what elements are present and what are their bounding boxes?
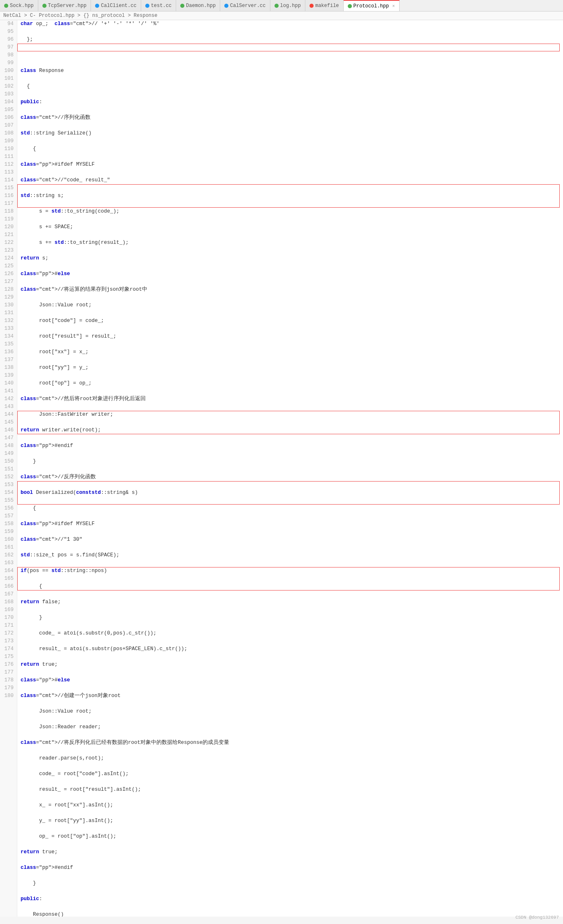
code-line: class="pp">#else (21, 676, 563, 684)
tab-makefile[interactable]: makefile (305, 0, 344, 11)
code-line: class="pp">#else (21, 270, 563, 278)
code-line: class="cmt">//将反序列化后已经有数据的root对象中的数据给Res… (21, 739, 563, 747)
line-number: 154 (0, 489, 17, 497)
line-number: 97 (0, 44, 17, 51)
code-line: class="cmt">//反序列化函数 (21, 473, 563, 481)
code-line: class="pp">#endif (21, 442, 563, 450)
line-number: 132 (0, 317, 17, 325)
code-line: root["xx"] = x_; (21, 348, 563, 356)
line-number: 177 (0, 669, 17, 676)
line-number: 148 (0, 442, 17, 450)
line-number: 163 (0, 559, 17, 567)
tab-sockhpp[interactable]: Sock.hpp (0, 0, 38, 11)
code-line: Json::Value root; (21, 301, 563, 309)
code-line (21, 51, 563, 59)
line-number: 120 (0, 223, 17, 231)
line-number: 126 (0, 270, 17, 278)
line-number: 147 (0, 434, 17, 442)
line-number: 111 (0, 153, 17, 161)
code-line: std::string Serialize() (21, 130, 563, 137)
line-number: 114 (0, 176, 17, 184)
code-line: return true; (21, 661, 563, 669)
code-line: class Response (21, 67, 563, 75)
tab-close-icon[interactable]: × (392, 4, 395, 9)
code-area: char op_; class="cmt">// '+' '-' '*' '/'… (17, 20, 563, 917)
line-number: 176 (0, 661, 17, 669)
line-number: 112 (0, 161, 17, 169)
line-number: 125 (0, 262, 17, 270)
line-number: 115 (0, 184, 17, 192)
code-line: result_ = atoi(s.substr(pos+SPACE_LEN).c… (21, 645, 563, 653)
tab-daemonhpp[interactable]: Daemon.hpp (176, 0, 220, 11)
line-number: 95 (0, 28, 17, 36)
line-number: 169 (0, 606, 17, 614)
line-number: 103 (0, 90, 17, 98)
line-number: 171 (0, 622, 17, 630)
code-line: std::string s; (21, 192, 563, 200)
line-number: 133 (0, 325, 17, 333)
code-line: root["yy"] = y_; (21, 364, 563, 372)
tab-loghpp[interactable]: log.hpp (270, 0, 305, 11)
line-number: 143 (0, 403, 17, 411)
code-line: Response() (21, 911, 563, 917)
line-number: 105 (0, 106, 17, 114)
code-line: }; (21, 36, 563, 44)
code-line: return false; (21, 598, 563, 606)
line-number: 138 (0, 364, 17, 372)
line-number: 165 (0, 575, 17, 583)
line-number: 110 (0, 145, 17, 153)
line-number: 128 (0, 286, 17, 294)
breadcrumb: NetCal > C- Protocol.hpp > {} ns_protoco… (0, 12, 563, 20)
line-number: 145 (0, 419, 17, 426)
tab-protocolhpp[interactable]: Protocol.hpp× (344, 0, 400, 11)
line-number: 164 (0, 567, 17, 575)
line-number: 161 (0, 544, 17, 551)
line-number: 140 (0, 380, 17, 387)
line-number: 134 (0, 333, 17, 340)
line-number: 116 (0, 192, 17, 200)
code-line: result_ = root["result"].asInt(); (21, 786, 563, 794)
line-number: 108 (0, 130, 17, 137)
code-line: { (21, 145, 563, 153)
line-number: 94 (0, 20, 17, 28)
tab-bar: Sock.hppTcpServer.hppCalClient.cctest.cc… (0, 0, 563, 12)
code-line: class="pp">#endif (21, 864, 563, 872)
code-line: { (21, 583, 563, 591)
line-number: 141 (0, 387, 17, 395)
line-number: 174 (0, 645, 17, 653)
code-line: root["result"] = result_; (21, 333, 563, 340)
tab-tcpserverhpp[interactable]: TcpServer.hpp (38, 0, 91, 11)
line-number: 146 (0, 426, 17, 434)
line-number: 150 (0, 458, 17, 465)
code-line: { (21, 83, 563, 90)
line-number: 172 (0, 630, 17, 637)
line-number: 144 (0, 411, 17, 419)
code-line: root["op"] = op_; (21, 380, 563, 387)
line-number: 100 (0, 67, 17, 75)
line-number: 102 (0, 83, 17, 90)
line-number: 142 (0, 395, 17, 403)
tab-calclientcc[interactable]: CalClient.cc (91, 0, 141, 11)
tab-testcc[interactable]: test.cc (141, 0, 176, 11)
code-line: Json::Value root; (21, 708, 563, 716)
line-number: 118 (0, 208, 17, 215)
line-number: 157 (0, 512, 17, 520)
line-number: 167 (0, 591, 17, 598)
line-number: 130 (0, 301, 17, 309)
line-number: 149 (0, 450, 17, 458)
line-number: 175 (0, 653, 17, 661)
line-number: 162 (0, 551, 17, 559)
code-line: code_ = atoi(s.substr(0,pos).c_str()); (21, 630, 563, 637)
line-number: 137 (0, 356, 17, 364)
code-line: } (21, 880, 563, 887)
code-line: code_ = root["code"].asInt(); (21, 770, 563, 778)
line-number: 96 (0, 36, 17, 44)
line-number: 135 (0, 340, 17, 348)
code-line: class="cmt">//序列化函数 (21, 114, 563, 122)
line-number: 113 (0, 169, 17, 176)
code-line: class="pp">#ifdef MYSELF (21, 161, 563, 169)
code-line: op_ = root["op"].asInt(); (21, 833, 563, 841)
line-number: 155 (0, 497, 17, 505)
tab-calservercc[interactable]: CalServer.cc (220, 0, 270, 11)
code-line: class="pp">#ifdef MYSELF (21, 520, 563, 528)
